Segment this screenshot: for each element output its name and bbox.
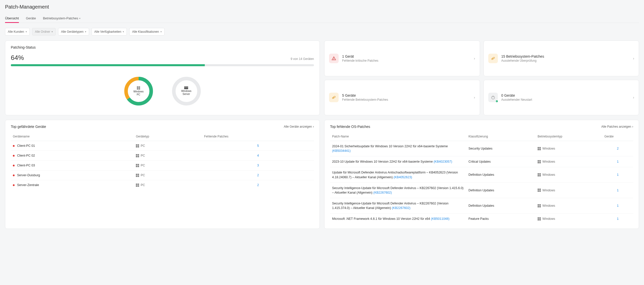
patch-class: Definition Updates xyxy=(466,198,536,213)
device-count-link[interactable]: 1 xyxy=(617,173,619,176)
summary-title: 0 Geräte xyxy=(501,93,630,97)
status-dot-icon xyxy=(13,184,15,186)
filter-dropdown[interactable]: Alle Gerätetypen▾ xyxy=(58,28,89,35)
table-row[interactable]: Client-PC 02 PC 4 xyxy=(11,151,314,161)
device-count-link[interactable]: 1 xyxy=(617,189,619,192)
windows-icon xyxy=(538,173,541,176)
kb-link[interactable]: (KB2267602) xyxy=(392,206,411,210)
table-row[interactable]: Server-Zentrale PC 2 xyxy=(11,180,314,190)
patch-name: 2023-10 Update für Windows 10 Version 22… xyxy=(332,160,434,163)
summary-card[interactable]: ✓0 GeräteAusstehender Neustart› xyxy=(484,80,639,116)
tab-betriebssystem-patches[interactable]: Betriebssystem-Patches▾ xyxy=(43,14,80,23)
chevron-right-icon: › xyxy=(633,56,634,60)
windows-icon xyxy=(136,164,139,167)
donut-row: WindowsPC WindowsServer xyxy=(11,73,314,111)
kb-link[interactable]: (KB5011048) xyxy=(431,217,450,221)
windows-icon xyxy=(136,174,139,177)
summary-card[interactable]: 15 Betriebssystem-PatchesAusstehende Übe… xyxy=(484,41,639,76)
card-top-devices: Top gefährdete Geräte Alle Geräte anzeig… xyxy=(5,120,320,229)
link-label: Alle Patches anzeigen xyxy=(601,125,631,128)
table-row[interactable]: Microsoft .NET Framework 4.8.1 für Windo… xyxy=(330,213,633,224)
chevron-down-icon: ▾ xyxy=(123,30,124,33)
status-dot-icon xyxy=(13,155,15,157)
devices-table: Gerätename Gerätetyp Fehlende Patches Cl… xyxy=(11,132,314,190)
kb-link[interactable]: (KB5034441) xyxy=(332,149,351,153)
windows-icon xyxy=(538,147,541,150)
card-patching-status: Patching-Status 64% 9 von 14 Geräten Win… xyxy=(5,41,320,115)
card-title: Top fehlende OS-Patches xyxy=(330,125,370,129)
chevron-right-icon: › xyxy=(632,125,633,128)
device-count-link[interactable]: 1 xyxy=(617,160,619,163)
kb-link[interactable]: (KB4023057) xyxy=(434,160,452,163)
status-dot-icon xyxy=(13,174,15,176)
table-row[interactable]: Server-Duisburg PC 2 xyxy=(11,170,314,180)
status-dot-icon xyxy=(13,145,15,147)
device-count-link[interactable]: 1 xyxy=(617,204,619,207)
table-row[interactable]: Security Intelligence-Update für Microso… xyxy=(330,183,633,198)
patch-class: Definition Updates xyxy=(466,167,536,183)
donut-label: WindowsPC xyxy=(133,90,144,96)
filter-label: Alle Gerätetypen xyxy=(61,30,83,33)
tab--bersicht[interactable]: Übersicht xyxy=(5,14,19,23)
os-label: Windows xyxy=(542,159,555,164)
filter-label: Alle Ordner xyxy=(35,30,50,33)
chevron-right-icon: › xyxy=(633,95,634,99)
device-type: PC xyxy=(141,154,145,157)
missing-count-link[interactable]: 4 xyxy=(257,154,259,157)
card-top-patches: Top fehlende OS-Patches Alle Patches anz… xyxy=(324,120,639,229)
table-row[interactable]: Client-PC 03 PC 3 xyxy=(11,161,314,170)
missing-count-link[interactable]: 5 xyxy=(257,144,259,148)
patch-class: Feature Packs xyxy=(466,213,536,224)
progress-bar-fill xyxy=(11,64,205,66)
chevron-down-icon: ▾ xyxy=(160,30,162,33)
tab-ger-te[interactable]: Geräte xyxy=(26,14,36,23)
device-count-link[interactable]: 2 xyxy=(617,147,619,150)
kb-link[interactable]: (KB2267602) xyxy=(373,191,392,194)
patch-class: Definition Updates xyxy=(466,183,536,198)
summary-card[interactable]: 5 GeräteFehlende Betriebssystem-Patches› xyxy=(324,80,480,116)
missing-count-link[interactable]: 3 xyxy=(257,164,259,167)
chevron-right-icon: › xyxy=(313,125,314,128)
filter-dropdown[interactable]: Alle Klassifikationen▾ xyxy=(129,28,165,35)
summary-card[interactable]: 1 GerätFehlende kritische Patches› xyxy=(324,41,480,76)
windows-icon xyxy=(538,160,541,163)
power-icon: ✓ xyxy=(488,93,498,102)
windows-icon xyxy=(137,86,140,90)
donut-chart: WindowsServer xyxy=(170,75,203,108)
chevron-right-icon: › xyxy=(474,56,475,60)
summary-subtitle: Ausstehender Neustart xyxy=(501,98,630,101)
table-row[interactable]: Update für Microsoft Defender Antivirus … xyxy=(330,167,633,183)
table-row[interactable]: 2024-01 Sicherheitsupdate für Windows 10… xyxy=(330,141,633,156)
patch-class: Critical Updates xyxy=(466,156,536,167)
device-type: PC xyxy=(141,144,145,148)
view-all-devices-button[interactable]: Alle Geräte anzeigen › xyxy=(284,125,314,128)
filter-bar: Alle Kunden▾Alle Ordner▾Alle Gerätetypen… xyxy=(5,28,639,35)
os-label: Windows xyxy=(542,146,555,151)
filter-dropdown[interactable]: Alle Verfügbarkeiten▾ xyxy=(92,28,127,35)
os-label: Windows xyxy=(542,188,555,193)
device-type: PC xyxy=(141,164,145,167)
patch-icon xyxy=(488,54,498,63)
os-label: Windows xyxy=(542,172,555,177)
col-missing: Fehlende Patches xyxy=(202,132,314,141)
col-patch-name: Patch-Name xyxy=(330,132,466,141)
link-label: Alle Geräte anzeigen xyxy=(284,125,312,128)
windows-icon xyxy=(538,217,541,221)
table-row[interactable]: Client-PC 01 PC 5 xyxy=(11,141,314,151)
windows-icon xyxy=(538,189,541,192)
device-count-link[interactable]: 1 xyxy=(617,217,619,221)
kb-link[interactable]: (KB4052623) xyxy=(394,175,412,179)
col-type: Gerätetyp xyxy=(134,132,202,141)
missing-count-link[interactable]: 2 xyxy=(257,173,259,177)
filter-dropdown[interactable]: Alle Kunden▾ xyxy=(5,28,30,35)
progress-bar xyxy=(11,64,314,66)
card-title: Top gefährdete Geräte xyxy=(11,125,46,129)
windows-icon xyxy=(538,204,541,207)
col-ostype: Betriebssystemtyp xyxy=(536,132,602,141)
table-row[interactable]: 2023-10 Update für Windows 10 Version 22… xyxy=(330,156,633,167)
table-row[interactable]: Security Intelligence-Update für Microso… xyxy=(330,198,633,213)
view-all-patches-button[interactable]: Alle Patches anzeigen › xyxy=(601,125,633,128)
windows-icon xyxy=(136,144,139,148)
device-name: Server-Duisburg xyxy=(17,173,40,177)
missing-count-link[interactable]: 2 xyxy=(257,183,259,187)
